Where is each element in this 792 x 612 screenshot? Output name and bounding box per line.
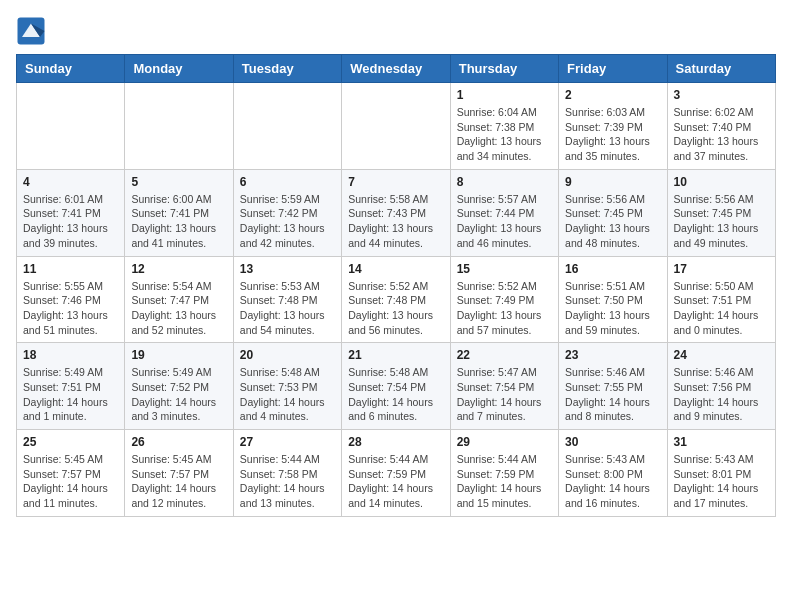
day-detail: Sunrise: 5:46 AM Sunset: 7:56 PM Dayligh…: [674, 365, 769, 424]
day-detail: Sunrise: 5:52 AM Sunset: 7:48 PM Dayligh…: [348, 279, 443, 338]
day-number: 14: [348, 262, 443, 276]
day-cell: 25Sunrise: 5:45 AM Sunset: 7:57 PM Dayli…: [17, 430, 125, 517]
day-number: 13: [240, 262, 335, 276]
day-cell: 7Sunrise: 5:58 AM Sunset: 7:43 PM Daylig…: [342, 169, 450, 256]
day-cell: 26Sunrise: 5:45 AM Sunset: 7:57 PM Dayli…: [125, 430, 233, 517]
day-detail: Sunrise: 5:55 AM Sunset: 7:46 PM Dayligh…: [23, 279, 118, 338]
day-number: 18: [23, 348, 118, 362]
day-detail: Sunrise: 6:02 AM Sunset: 7:40 PM Dayligh…: [674, 105, 769, 164]
day-number: 31: [674, 435, 769, 449]
day-detail: Sunrise: 5:48 AM Sunset: 7:53 PM Dayligh…: [240, 365, 335, 424]
day-number: 6: [240, 175, 335, 189]
day-cell: 5Sunrise: 6:00 AM Sunset: 7:41 PM Daylig…: [125, 169, 233, 256]
day-detail: Sunrise: 5:49 AM Sunset: 7:52 PM Dayligh…: [131, 365, 226, 424]
day-cell: 14Sunrise: 5:52 AM Sunset: 7:48 PM Dayli…: [342, 256, 450, 343]
day-detail: Sunrise: 5:56 AM Sunset: 7:45 PM Dayligh…: [674, 192, 769, 251]
week-row-1: 1Sunrise: 6:04 AM Sunset: 7:38 PM Daylig…: [17, 83, 776, 170]
day-cell: 9Sunrise: 5:56 AM Sunset: 7:45 PM Daylig…: [559, 169, 667, 256]
day-cell: 17Sunrise: 5:50 AM Sunset: 7:51 PM Dayli…: [667, 256, 775, 343]
day-detail: Sunrise: 5:44 AM Sunset: 7:59 PM Dayligh…: [457, 452, 552, 511]
day-detail: Sunrise: 6:01 AM Sunset: 7:41 PM Dayligh…: [23, 192, 118, 251]
day-cell: 8Sunrise: 5:57 AM Sunset: 7:44 PM Daylig…: [450, 169, 558, 256]
day-cell: [125, 83, 233, 170]
day-number: 4: [23, 175, 118, 189]
day-number: 15: [457, 262, 552, 276]
day-cell: 21Sunrise: 5:48 AM Sunset: 7:54 PM Dayli…: [342, 343, 450, 430]
day-detail: Sunrise: 5:57 AM Sunset: 7:44 PM Dayligh…: [457, 192, 552, 251]
day-cell: [17, 83, 125, 170]
day-number: 5: [131, 175, 226, 189]
day-number: 23: [565, 348, 660, 362]
day-number: 19: [131, 348, 226, 362]
day-detail: Sunrise: 5:48 AM Sunset: 7:54 PM Dayligh…: [348, 365, 443, 424]
day-cell: 11Sunrise: 5:55 AM Sunset: 7:46 PM Dayli…: [17, 256, 125, 343]
day-cell: 3Sunrise: 6:02 AM Sunset: 7:40 PM Daylig…: [667, 83, 775, 170]
day-cell: 6Sunrise: 5:59 AM Sunset: 7:42 PM Daylig…: [233, 169, 341, 256]
day-number: 8: [457, 175, 552, 189]
day-number: 28: [348, 435, 443, 449]
day-detail: Sunrise: 5:46 AM Sunset: 7:55 PM Dayligh…: [565, 365, 660, 424]
day-cell: 20Sunrise: 5:48 AM Sunset: 7:53 PM Dayli…: [233, 343, 341, 430]
weekday-header-friday: Friday: [559, 55, 667, 83]
day-cell: 4Sunrise: 6:01 AM Sunset: 7:41 PM Daylig…: [17, 169, 125, 256]
day-number: 17: [674, 262, 769, 276]
day-cell: 23Sunrise: 5:46 AM Sunset: 7:55 PM Dayli…: [559, 343, 667, 430]
day-detail: Sunrise: 5:47 AM Sunset: 7:54 PM Dayligh…: [457, 365, 552, 424]
day-cell: 10Sunrise: 5:56 AM Sunset: 7:45 PM Dayli…: [667, 169, 775, 256]
day-detail: Sunrise: 6:03 AM Sunset: 7:39 PM Dayligh…: [565, 105, 660, 164]
day-number: 25: [23, 435, 118, 449]
day-cell: 28Sunrise: 5:44 AM Sunset: 7:59 PM Dayli…: [342, 430, 450, 517]
day-detail: Sunrise: 5:43 AM Sunset: 8:00 PM Dayligh…: [565, 452, 660, 511]
day-number: 24: [674, 348, 769, 362]
day-number: 20: [240, 348, 335, 362]
day-detail: Sunrise: 5:54 AM Sunset: 7:47 PM Dayligh…: [131, 279, 226, 338]
day-detail: Sunrise: 5:59 AM Sunset: 7:42 PM Dayligh…: [240, 192, 335, 251]
day-cell: 1Sunrise: 6:04 AM Sunset: 7:38 PM Daylig…: [450, 83, 558, 170]
day-detail: Sunrise: 5:49 AM Sunset: 7:51 PM Dayligh…: [23, 365, 118, 424]
day-detail: Sunrise: 5:45 AM Sunset: 7:57 PM Dayligh…: [23, 452, 118, 511]
day-number: 1: [457, 88, 552, 102]
day-cell: 22Sunrise: 5:47 AM Sunset: 7:54 PM Dayli…: [450, 343, 558, 430]
day-cell: 12Sunrise: 5:54 AM Sunset: 7:47 PM Dayli…: [125, 256, 233, 343]
day-number: 30: [565, 435, 660, 449]
weekday-header-monday: Monday: [125, 55, 233, 83]
logo-icon: [16, 16, 46, 46]
day-detail: Sunrise: 6:00 AM Sunset: 7:41 PM Dayligh…: [131, 192, 226, 251]
day-cell: 30Sunrise: 5:43 AM Sunset: 8:00 PM Dayli…: [559, 430, 667, 517]
day-detail: Sunrise: 5:44 AM Sunset: 7:58 PM Dayligh…: [240, 452, 335, 511]
logo: [16, 16, 50, 46]
day-cell: 15Sunrise: 5:52 AM Sunset: 7:49 PM Dayli…: [450, 256, 558, 343]
weekday-header-wednesday: Wednesday: [342, 55, 450, 83]
day-number: 11: [23, 262, 118, 276]
day-number: 16: [565, 262, 660, 276]
day-cell: 18Sunrise: 5:49 AM Sunset: 7:51 PM Dayli…: [17, 343, 125, 430]
day-number: 21: [348, 348, 443, 362]
day-cell: 27Sunrise: 5:44 AM Sunset: 7:58 PM Dayli…: [233, 430, 341, 517]
day-cell: 29Sunrise: 5:44 AM Sunset: 7:59 PM Dayli…: [450, 430, 558, 517]
day-number: 22: [457, 348, 552, 362]
day-number: 27: [240, 435, 335, 449]
week-row-2: 4Sunrise: 6:01 AM Sunset: 7:41 PM Daylig…: [17, 169, 776, 256]
day-cell: 16Sunrise: 5:51 AM Sunset: 7:50 PM Dayli…: [559, 256, 667, 343]
day-detail: Sunrise: 5:50 AM Sunset: 7:51 PM Dayligh…: [674, 279, 769, 338]
day-cell: 31Sunrise: 5:43 AM Sunset: 8:01 PM Dayli…: [667, 430, 775, 517]
week-row-5: 25Sunrise: 5:45 AM Sunset: 7:57 PM Dayli…: [17, 430, 776, 517]
day-number: 29: [457, 435, 552, 449]
week-row-3: 11Sunrise: 5:55 AM Sunset: 7:46 PM Dayli…: [17, 256, 776, 343]
weekday-header-tuesday: Tuesday: [233, 55, 341, 83]
day-cell: 24Sunrise: 5:46 AM Sunset: 7:56 PM Dayli…: [667, 343, 775, 430]
day-cell: 13Sunrise: 5:53 AM Sunset: 7:48 PM Dayli…: [233, 256, 341, 343]
week-row-4: 18Sunrise: 5:49 AM Sunset: 7:51 PM Dayli…: [17, 343, 776, 430]
weekday-header-thursday: Thursday: [450, 55, 558, 83]
calendar-table: SundayMondayTuesdayWednesdayThursdayFrid…: [16, 54, 776, 517]
weekday-header-saturday: Saturday: [667, 55, 775, 83]
day-cell: 19Sunrise: 5:49 AM Sunset: 7:52 PM Dayli…: [125, 343, 233, 430]
day-detail: Sunrise: 5:58 AM Sunset: 7:43 PM Dayligh…: [348, 192, 443, 251]
day-number: 9: [565, 175, 660, 189]
day-number: 7: [348, 175, 443, 189]
weekday-header-sunday: Sunday: [17, 55, 125, 83]
day-detail: Sunrise: 5:45 AM Sunset: 7:57 PM Dayligh…: [131, 452, 226, 511]
day-cell: [233, 83, 341, 170]
day-detail: Sunrise: 5:43 AM Sunset: 8:01 PM Dayligh…: [674, 452, 769, 511]
day-detail: Sunrise: 5:44 AM Sunset: 7:59 PM Dayligh…: [348, 452, 443, 511]
